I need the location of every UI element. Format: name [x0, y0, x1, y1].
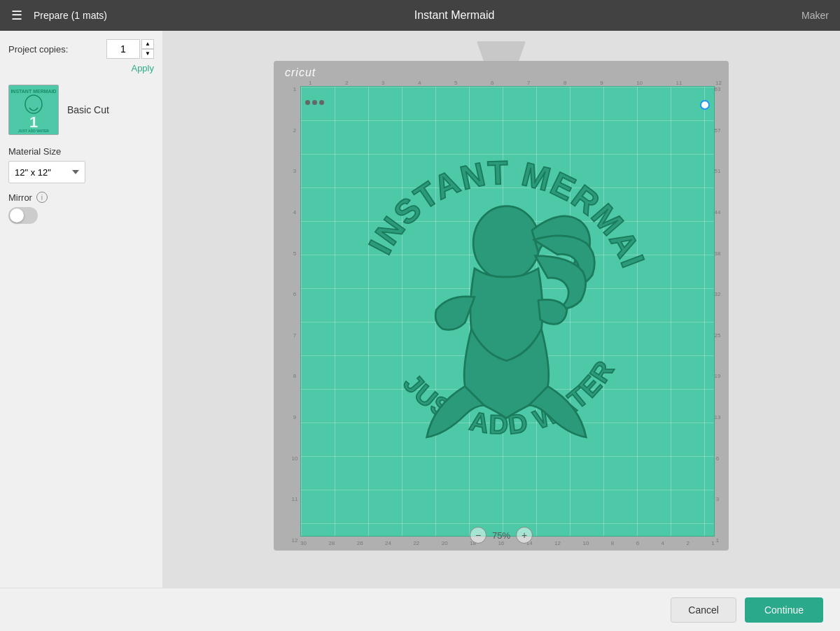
- copies-row: Project copies: ▲ ▼: [8, 39, 154, 59]
- copies-spinner: ▲ ▼: [141, 39, 154, 59]
- apply-button[interactable]: Apply: [131, 63, 154, 73]
- selection-controls: [305, 100, 324, 105]
- continue-button[interactable]: Continue: [745, 597, 823, 623]
- ruler-top: 1 2 3 4 5 6 7 8 9 10 11 12: [302, 75, 722, 86]
- mirror-toggle[interactable]: [8, 207, 38, 224]
- mat-item: INSTANT MERMAID 1 JUST ADD WATER Basic C…: [8, 82, 154, 138]
- copies-input-wrap: ▲ ▼: [106, 39, 154, 59]
- material-size-label: Material Size: [8, 146, 154, 157]
- ruler-num: 2: [345, 80, 348, 86]
- mirror-info-icon[interactable]: i: [36, 192, 48, 203]
- mermaid-svg: INSTANT MERMAID JUST ADD WATER: [334, 132, 673, 482]
- ruler-num: 12: [715, 80, 722, 86]
- ruler-num: 8: [564, 80, 566, 86]
- app-title: Instant Mermaid: [107, 9, 802, 22]
- ruler-num: 5: [454, 80, 457, 86]
- menu-icon[interactable]: ☰: [11, 8, 22, 23]
- cutting-mat-wrap: cricut 1 2 3 4 5 6 7 8 9 10 11: [270, 61, 732, 558]
- copies-section: Project copies: ▲ ▼ Apply: [8, 39, 154, 73]
- ruler-num: 4: [418, 80, 421, 86]
- copies-decrement[interactable]: ▼: [141, 49, 154, 59]
- mat-handle: [477, 41, 526, 62]
- ruler-num: 7: [527, 80, 530, 86]
- canvas-area: cricut 1 2 3 4 5 6 7 8 9 10 11: [162, 31, 840, 588]
- svg-point-3: [473, 206, 540, 281]
- sel-dot-2: [312, 100, 317, 105]
- material-section: Material Size 12" x 12" 12" x 24" Custom: [8, 146, 154, 183]
- sel-dot-3: [319, 100, 324, 105]
- mirror-label: Mirror: [8, 192, 32, 203]
- mirror-section: Mirror i: [8, 192, 154, 224]
- zoom-label: 75%: [492, 530, 510, 541]
- zoom-in-button[interactable]: +: [516, 527, 533, 544]
- ruler-num: 3: [382, 80, 384, 86]
- zoom-out-button[interactable]: −: [470, 527, 486, 544]
- bottom-bar: Cancel Continue: [0, 588, 840, 631]
- mermaid-design[interactable]: INSTANT MERMAID JUST ADD WATER: [334, 132, 673, 482]
- prepare-title: Prepare (1 mats): [34, 10, 107, 21]
- mat-label: Basic Cut: [67, 104, 109, 115]
- main-content: Project copies: ▲ ▼ Apply INSTANT MERMAI…: [0, 31, 840, 588]
- cutting-mat: cricut 1 2 3 4 5 6 7 8 9 10 11: [274, 61, 729, 551]
- ruler-num: 1: [309, 80, 312, 86]
- ruler-num: 10: [636, 80, 643, 86]
- mermaid-body: [427, 206, 595, 437]
- top-bar: ☰ Prepare (1 mats) Instant Mermaid Maker: [0, 0, 840, 31]
- ruler-right: 63 57 51 44 38 32 25 19 13 6 3 1: [712, 86, 723, 544]
- toggle-wrap: [8, 207, 154, 224]
- mirror-label-row: Mirror i: [8, 192, 154, 203]
- mat-thumbnail: INSTANT MERMAID 1 JUST ADD WATER: [8, 85, 59, 135]
- ruler-num: 9: [600, 80, 603, 86]
- mat-surface-wrap: INSTANT MERMAID JUST ADD WATER: [300, 86, 715, 537]
- sidebar: Project copies: ▲ ▼ Apply INSTANT MERMAI…: [0, 31, 162, 588]
- toggle-knob: [10, 208, 24, 222]
- thumb-bottom-text: JUST ADD WATER: [9, 129, 58, 133]
- device-label: Maker: [802, 10, 829, 21]
- sel-dot-1: [305, 100, 310, 105]
- material-size-select[interactable]: 12" x 12" 12" x 24" Custom: [8, 161, 85, 183]
- cancel-button[interactable]: Cancel: [671, 597, 736, 623]
- copies-increment[interactable]: ▲: [141, 39, 154, 49]
- ruler-num: 6: [491, 80, 493, 86]
- ruler-num: 11: [676, 80, 682, 86]
- zoom-controls: − 75% +: [470, 527, 533, 544]
- copies-label: Project copies:: [8, 44, 68, 55]
- copies-input[interactable]: [106, 39, 140, 59]
- mat-surface: INSTANT MERMAID JUST ADD WATER: [300, 86, 715, 537]
- ruler-left: 1 2 3 4 5 6 7 8 9 10 11 12: [289, 86, 300, 544]
